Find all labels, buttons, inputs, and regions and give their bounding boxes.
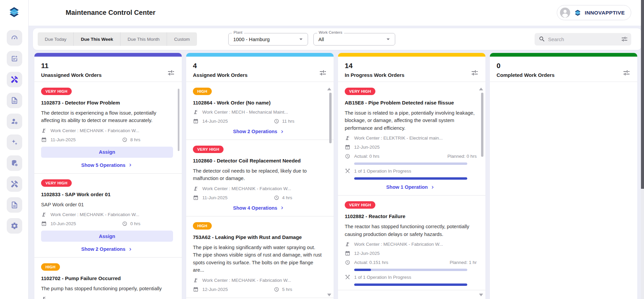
- sidebar-item-forms[interactable]: [7, 197, 22, 213]
- search-box: [535, 33, 631, 46]
- show-operations-link[interactable]: Show 1 Operation: [345, 184, 477, 190]
- column-in-progress: 14 In Progress Work Orders VERY HIGHAB15…: [338, 53, 485, 299]
- due-date: 11-Jun-2025: [202, 195, 228, 200]
- app-header: Maintenance Control Center INNOVAPPTIVE: [29, 0, 644, 26]
- column-header: 14 In Progress Work Orders: [338, 57, 485, 82]
- scroll-up-icon[interactable]: [327, 88, 331, 90]
- show-operations-link[interactable]: Show 2 Operations: [193, 129, 325, 134]
- column-count: 4: [193, 62, 247, 70]
- sidebar-item-maintenance[interactable]: [7, 72, 22, 87]
- work-center-text: Work Center : MECHANIK - Fabrication W..…: [50, 128, 139, 133]
- work-center-row: Work Center : ELEKTRIK - Electrical main…: [345, 135, 477, 141]
- search-input[interactable]: [545, 36, 621, 42]
- calendar-icon: [41, 221, 47, 227]
- sidebar-item-data-management[interactable]: [7, 155, 22, 171]
- sidebar-item-user-management[interactable]: [7, 114, 22, 129]
- date-row: 12-Jun-20255 hrs: [193, 287, 325, 292]
- tab-due-today[interactable]: Due Today: [38, 32, 74, 46]
- work-order-description: The pipe is leaking significantly with w…: [193, 244, 325, 274]
- tab-due-this-week[interactable]: Due This Week: [74, 32, 121, 46]
- work-order-card[interactable]: VERY HIGH1102873 - Detector Flow Problem…: [34, 82, 182, 174]
- user-menu[interactable]: INNOVAPPTIVE: [557, 5, 631, 20]
- calendar-icon: [193, 118, 199, 124]
- operations-status-text: 1 of 1 Operation In Progress: [354, 169, 411, 174]
- sidebar-item-dashboard[interactable]: [7, 30, 22, 46]
- column-scrollbar[interactable]: [178, 89, 179, 151]
- tab-due-this-month[interactable]: Due This Month: [121, 32, 167, 46]
- sidebar-item-tools[interactable]: [7, 176, 22, 192]
- work-order-title: 1102864 - Work Order (No name): [193, 100, 325, 106]
- assign-button[interactable]: Assign: [41, 147, 173, 158]
- column-filter-icon[interactable]: [319, 69, 327, 77]
- clock-icon: [122, 137, 128, 143]
- actual-planned-row: Actual: 0.151 hrsPlanned: 1 hr: [345, 260, 477, 265]
- estimated-hours: 0 hrs: [122, 221, 173, 227]
- work-center-text: Work Center : MECHANIK - Fabrication W..…: [50, 212, 139, 217]
- work-order-description: The detector is experiencing a flow issu…: [41, 109, 173, 124]
- due-date: 12-Jun-2025: [202, 287, 228, 292]
- work-centers-select-label: Work Centers: [317, 30, 344, 34]
- chevron-right-icon: [280, 129, 285, 134]
- sidebar-item-ai[interactable]: [7, 134, 22, 150]
- window-scrollbar[interactable]: [641, 0, 644, 299]
- work-order-card[interactable]: HIGH1102864 - Work Order (No name)Work C…: [186, 82, 334, 140]
- priority-badge: VERY HIGH: [41, 179, 72, 187]
- column-scrollbar[interactable]: [481, 93, 483, 157]
- scroll-up-icon[interactable]: [479, 88, 483, 90]
- gear-icon: [10, 222, 19, 230]
- column-header: 0 Completed Work Orders: [490, 57, 637, 82]
- column-filter-icon[interactable]: [167, 69, 175, 77]
- column-count: 14: [345, 62, 404, 70]
- window-scrollbar-thumb[interactable]: [641, 0, 644, 189]
- scroll-down-icon[interactable]: [327, 294, 331, 296]
- column-filter-icon[interactable]: [471, 69, 479, 77]
- robot-arm-icon: [41, 128, 47, 133]
- calendar-icon: [345, 144, 350, 150]
- work-order-card[interactable]: VERY HIGHAB15E8 - Pipe Problem Detected …: [338, 82, 485, 196]
- chevron-right-icon: [128, 162, 133, 168]
- assign-button[interactable]: Assign: [41, 231, 173, 242]
- work-order-card[interactable]: HIGH753A62 - Leaking Pipe with Rust and …: [186, 216, 334, 298]
- show-operations-link[interactable]: Show 4 Operations: [193, 205, 325, 211]
- sidebar-item-settings[interactable]: [7, 218, 22, 234]
- date-row: 10-Jun-20250 hrs: [41, 221, 173, 227]
- tab-custom[interactable]: Custom: [167, 32, 197, 46]
- column-accent-bar: [186, 53, 334, 57]
- column-scrollbar[interactable]: [329, 93, 332, 143]
- work-order-card[interactable]: VERY HIGH1102860 - Detector Coil Replace…: [186, 140, 334, 216]
- estimated-hours: 8 hrs: [122, 137, 173, 143]
- column-count: 11: [41, 62, 102, 70]
- filter-tune-icon[interactable]: [621, 35, 628, 43]
- show-operations-link[interactable]: Show 5 Operations: [41, 162, 173, 168]
- sidebar: [0, 0, 29, 299]
- priority-badge: VERY HIGH: [193, 146, 224, 153]
- work-order-description: The issue is related to a pipe, potentia…: [345, 109, 477, 132]
- show-operations-link[interactable]: Show 2 Operations: [41, 246, 173, 252]
- clock-icon: [345, 153, 350, 159]
- column-filter-icon[interactable]: [622, 69, 631, 77]
- work-order-card[interactable]: VERY HIGH1102882 - Reactor FailureThe re…: [338, 196, 485, 290]
- show-operations-text: Show 4 Operations: [233, 205, 277, 211]
- time-progress-bar: [354, 162, 467, 165]
- due-date: 12-Jun-2025: [354, 251, 380, 256]
- due-date: 12-Jun-2025: [354, 145, 380, 150]
- column-unassigned: 11 Unassigned Work Orders VERY HIGH11028…: [34, 53, 182, 299]
- sidebar-item-work-request[interactable]: [7, 51, 22, 66]
- clock-icon: [122, 221, 128, 227]
- column-accent-bar: [490, 53, 637, 57]
- sidebar-item-documents[interactable]: [7, 93, 22, 108]
- show-operations-text: Show 1 Operation: [386, 184, 428, 190]
- plant-select[interactable]: Plant 1000 - Hamburg: [228, 33, 308, 46]
- work-centers-select[interactable]: Work Centers All: [313, 33, 395, 46]
- work-center-text: Work Center : MECHANIK - Fabrication W..…: [354, 242, 443, 247]
- clock-icon: [274, 118, 279, 124]
- hours-text: 0 hrs: [130, 221, 140, 226]
- innovapptive-logo-icon: [7, 5, 21, 19]
- scroll-down-icon[interactable]: [479, 294, 483, 296]
- operations-progress-bar: [354, 283, 467, 286]
- work-order-card[interactable]: HIGH1102702 - Pump Failure OccurredThe p…: [34, 258, 182, 299]
- work-order-title: 1102882 - Reactor Failure: [345, 213, 477, 219]
- work-order-description: SAP Work order 01: [41, 201, 173, 208]
- robot-arm-icon: [193, 109, 199, 115]
- work-order-card[interactable]: VERY HIGH1102833 - SAP Work order 01SAP …: [34, 174, 182, 258]
